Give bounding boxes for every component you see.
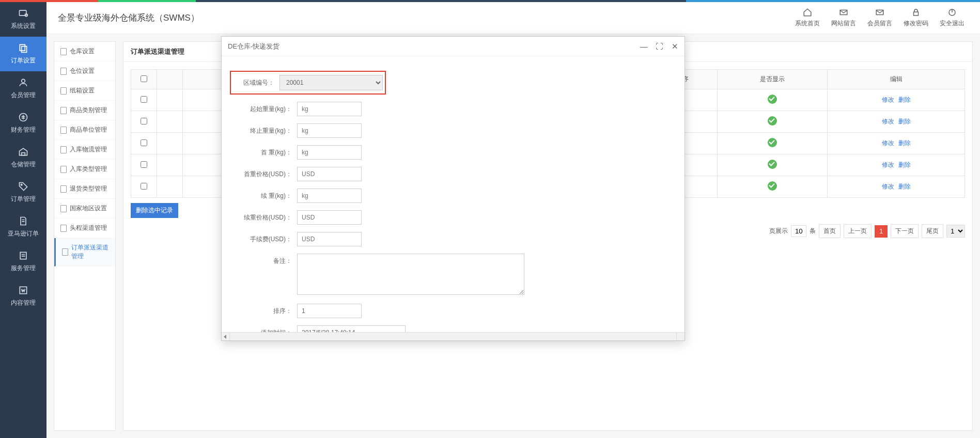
doc-icon bbox=[18, 216, 28, 226]
addtime-input[interactable] bbox=[297, 325, 406, 332]
sort-input[interactable] bbox=[297, 304, 362, 318]
gear-icon bbox=[18, 8, 28, 19]
submenu-country[interactable]: 国家地区设置 bbox=[54, 199, 115, 218]
pager-current[interactable]: 1 bbox=[875, 225, 888, 238]
nav-finance[interactable]: 财务管理 bbox=[0, 106, 46, 140]
modal-dialog: DE仓库-快递发货 — ⛶ ✕ 区域编号： 20001 起始重量(kg)： bbox=[221, 36, 685, 341]
pager-first[interactable]: 首页 bbox=[819, 224, 841, 238]
region-select[interactable]: 20001 bbox=[279, 75, 383, 90]
mail-icon bbox=[839, 8, 848, 17]
submenu-delivery-channel[interactable]: 订单派送渠道管理 bbox=[54, 238, 115, 267]
svg-rect-3 bbox=[22, 46, 27, 53]
delete-link[interactable]: 删除 bbox=[898, 139, 911, 147]
delete-link[interactable]: 删除 bbox=[898, 118, 911, 125]
mail-icon bbox=[875, 8, 884, 17]
edit-link[interactable]: 修改 bbox=[882, 118, 894, 125]
start-weight-input[interactable] bbox=[297, 102, 362, 116]
row-checkbox[interactable] bbox=[141, 139, 147, 146]
fee-input[interactable] bbox=[297, 232, 362, 246]
nav-label: 仓储管理 bbox=[11, 161, 36, 168]
page-size-input[interactable] bbox=[791, 225, 806, 237]
user-icon bbox=[18, 77, 28, 88]
file-icon bbox=[60, 166, 67, 173]
topbar-logout[interactable]: 安全退出 bbox=[936, 8, 969, 28]
submenu-box-settings[interactable]: 纸箱设置 bbox=[54, 81, 115, 101]
pager-next[interactable]: 下一页 bbox=[891, 224, 919, 238]
nav-service[interactable]: 服务管理 bbox=[0, 244, 46, 279]
nav-label: 内容管理 bbox=[11, 299, 36, 306]
row-checkbox[interactable] bbox=[141, 118, 147, 124]
label-first-weight: 首 重(kg)： bbox=[230, 145, 297, 157]
col-edit: 编辑 bbox=[828, 70, 965, 89]
topbar-home[interactable]: 系统首页 bbox=[791, 8, 824, 28]
file-icon bbox=[60, 146, 67, 153]
file-icon bbox=[60, 48, 67, 55]
maximize-icon[interactable]: ⛶ bbox=[656, 42, 663, 51]
topbar-membermsg[interactable]: 会员留言 bbox=[863, 8, 896, 28]
delete-selected-button[interactable]: 删除选中记录 bbox=[131, 203, 178, 218]
close-icon[interactable]: ✕ bbox=[672, 42, 678, 51]
modal-scrollbar[interactable] bbox=[222, 332, 685, 340]
submenu-returntype[interactable]: 退货类型管理 bbox=[54, 179, 115, 199]
check-icon bbox=[768, 116, 777, 126]
submenu-bin-settings[interactable]: 仓位设置 bbox=[54, 61, 115, 81]
nav-content[interactable]: 内容管理 bbox=[0, 279, 46, 314]
nav-warehouse[interactable]: 仓储管理 bbox=[0, 140, 46, 175]
minimize-icon[interactable]: — bbox=[640, 42, 648, 51]
check-icon bbox=[768, 95, 777, 104]
check-icon bbox=[768, 160, 777, 169]
money-icon bbox=[18, 112, 28, 122]
submenu-logistics[interactable]: 入库物流管理 bbox=[54, 140, 115, 160]
nav-member[interactable]: 会员管理 bbox=[0, 71, 46, 106]
label-first-price: 首重价格(USD)： bbox=[230, 167, 297, 179]
submenu: 仓库设置 仓位设置 纸箱设置 商品类别管理 商品单位管理 入库物流管理 入库类型… bbox=[54, 41, 116, 431]
pager-last[interactable]: 尾页 bbox=[922, 224, 943, 238]
file-icon bbox=[60, 185, 67, 193]
nav-orders[interactable]: 订单管理 bbox=[0, 175, 46, 210]
nav-amazon[interactable]: 亚马逊订单 bbox=[0, 210, 46, 244]
submenu-category[interactable]: 商品类别管理 bbox=[54, 101, 115, 120]
cont-weight-input[interactable] bbox=[297, 189, 362, 203]
remark-textarea[interactable] bbox=[297, 254, 524, 295]
label-end-weight: 终止重量(kg)： bbox=[230, 123, 297, 135]
end-weight-input[interactable] bbox=[297, 123, 362, 138]
submenu-headchannel[interactable]: 头程渠道管理 bbox=[54, 218, 115, 238]
submenu-intype[interactable]: 入库类型管理 bbox=[54, 160, 115, 179]
submenu-unit[interactable]: 商品单位管理 bbox=[54, 120, 115, 140]
label-region: 区域编号： bbox=[233, 79, 279, 87]
nav-label: 服务管理 bbox=[11, 264, 36, 272]
nav-order-settings[interactable]: 订单设置 bbox=[0, 37, 46, 71]
col-show: 是否显示 bbox=[717, 70, 827, 89]
row-checkbox[interactable] bbox=[141, 183, 147, 190]
edit-link[interactable]: 修改 bbox=[882, 183, 894, 190]
edit-link[interactable]: 修改 bbox=[882, 96, 894, 103]
warehouse-icon bbox=[18, 147, 28, 157]
pager-prev[interactable]: 上一页 bbox=[844, 224, 872, 238]
row-checkbox[interactable] bbox=[141, 161, 147, 168]
pager-jump-select[interactable]: 1 bbox=[946, 225, 965, 238]
svg-point-7 bbox=[21, 184, 22, 185]
sidebar-nav: 系统设置 订单设置 会员管理 财务管理 仓储管理 订单管理 亚马逊订单 服务管 bbox=[0, 2, 46, 438]
row-checkbox[interactable] bbox=[141, 96, 147, 103]
svg-rect-6 bbox=[22, 153, 25, 155]
label-sort: 排序： bbox=[230, 304, 297, 316]
edit-link[interactable]: 修改 bbox=[882, 161, 894, 168]
submenu-warehouse-settings[interactable]: 仓库设置 bbox=[54, 42, 115, 61]
svg-rect-12 bbox=[914, 12, 919, 15]
select-all-checkbox[interactable] bbox=[141, 75, 147, 82]
delete-link[interactable]: 删除 bbox=[898, 183, 911, 190]
first-price-input[interactable] bbox=[297, 167, 362, 181]
nav-label: 订单管理 bbox=[11, 195, 36, 202]
first-weight-input[interactable] bbox=[297, 145, 362, 160]
svg-rect-2 bbox=[20, 44, 25, 51]
delete-link[interactable]: 删除 bbox=[898, 96, 911, 103]
cont-price-input[interactable] bbox=[297, 210, 362, 225]
topbar-password[interactable]: 修改密码 bbox=[899, 8, 932, 28]
edit-link[interactable]: 修改 bbox=[882, 139, 894, 147]
topbar-sitemsg[interactable]: 网站留言 bbox=[827, 8, 860, 28]
delete-link[interactable]: 删除 bbox=[898, 161, 911, 168]
nav-label: 订单设置 bbox=[11, 57, 36, 64]
nav-system[interactable]: 系统设置 bbox=[0, 2, 46, 37]
nav-label: 财务管理 bbox=[11, 126, 36, 133]
label-cont-weight: 续 重(kg)： bbox=[230, 189, 297, 200]
